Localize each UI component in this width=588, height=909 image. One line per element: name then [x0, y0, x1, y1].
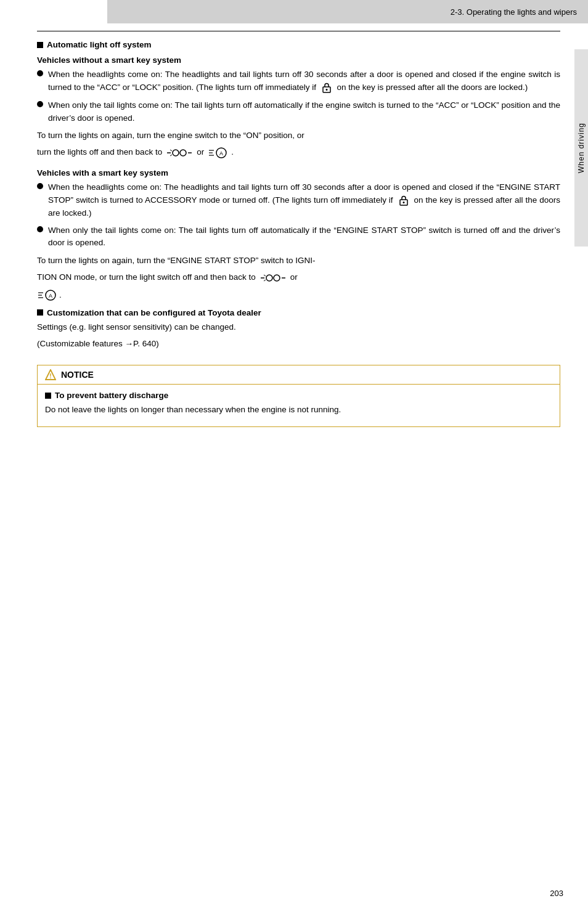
svg-point-16: [266, 275, 272, 281]
without-key-bullet2: When only the tail lights come on: The t…: [37, 99, 560, 124]
automatic-light-off-heading: Automatic light off system: [37, 40, 560, 49]
automatic-light-off-section: Automatic light off system Vehicles with…: [37, 40, 560, 302]
customization-text2: (Customizable features →P. 640): [37, 338, 560, 351]
notice-section-heading: To prevent battery discharge: [45, 391, 552, 400]
top-divider: [37, 31, 560, 31]
with-smart-key-subheading: Vehicles with a smart key system: [37, 168, 560, 177]
with-key-para1: To turn the lights on again, turn the “E…: [37, 255, 560, 267]
header-bar: 2-3. Operating the lights and wipers: [107, 0, 588, 23]
svg-point-17: [274, 275, 280, 281]
without-key-para2: turn the lights off and then back to or: [37, 146, 560, 160]
bullet-icon-2: [37, 101, 43, 107]
svg-point-3: [173, 150, 179, 156]
svg-text:!: !: [49, 373, 51, 380]
svg-line-20: [264, 280, 266, 281]
auto-light-icon-1: A: [208, 146, 227, 160]
notice-body-text: Do not leave the lights on longer than n…: [45, 404, 552, 417]
with-key-auto-icon-row: A .: [37, 288, 560, 302]
main-content: Automatic light off system Vehicles with…: [37, 31, 566, 878]
bullet-icon-3: [37, 183, 43, 189]
heading-square-icon: [37, 42, 43, 48]
svg-text:A: A: [219, 150, 223, 157]
side-tab: When driving: [574, 49, 588, 247]
auto-light-icon-2: A: [37, 288, 57, 302]
svg-point-4: [180, 150, 186, 156]
with-key-bullet1-text: When the headlights come on: The headlig…: [48, 181, 560, 220]
without-key-bullet2-text: When only the tail lights come on: The t…: [48, 99, 560, 124]
notice-box: ! NOTICE To prevent battery discharge Do…: [37, 365, 560, 427]
notice-header-text: NOTICE: [61, 370, 94, 380]
heading-square-icon-2: [37, 309, 43, 316]
with-key-bullet2-text: When only the tail lights come on: The t…: [48, 224, 560, 250]
header-title: 2-3. Operating the lights and wipers: [451, 7, 577, 17]
side-tab-text: When driving: [577, 123, 586, 173]
headlight-switch-icon-2: [259, 271, 287, 285]
notice-content: To prevent battery discharge Do not leav…: [38, 385, 560, 426]
with-key-para2: TION ON mode, or turn the light switch o…: [37, 271, 560, 285]
without-key-bullet1-text: When the headlights come on: The headlig…: [48, 68, 560, 94]
bullet-icon-4: [37, 226, 43, 232]
svg-line-19: [264, 275, 266, 276]
lock-icon-1: [320, 81, 333, 94]
without-key-para1: To turn the lights on again, turn the en…: [37, 129, 560, 142]
svg-line-6: [170, 150, 172, 151]
with-key-bullet2: When only the tail lights come on: The t…: [37, 224, 560, 250]
lock-icon-2: [397, 194, 410, 207]
with-key-bullet1: When the headlights come on: The headlig…: [37, 181, 560, 220]
bullet-icon: [37, 70, 43, 76]
notice-triangle-icon: !: [45, 369, 56, 380]
without-key-bullet1: When the headlights come on: The headlig…: [37, 68, 560, 94]
notice-header: ! NOTICE: [38, 365, 560, 385]
auto-icon-period: .: [59, 290, 62, 300]
svg-point-1: [325, 89, 327, 91]
svg-text:A: A: [49, 293, 52, 299]
customization-text1: Settings (e.g. light sensor sensitivity)…: [37, 321, 560, 334]
page-container: 2-3. Operating the lights and wipers 2 W…: [0, 0, 588, 909]
customization-section: Customization that can be configured at …: [37, 308, 560, 351]
heading-square-icon-3: [45, 393, 51, 399]
without-smart-key-subheading: Vehicles without a smart key system: [37, 55, 560, 65]
customization-heading: Customization that can be configured at …: [37, 308, 560, 317]
svg-line-7: [170, 155, 172, 156]
headlight-switch-icon-1: [166, 146, 193, 160]
svg-point-14: [402, 202, 404, 203]
page-number: 203: [550, 889, 563, 898]
